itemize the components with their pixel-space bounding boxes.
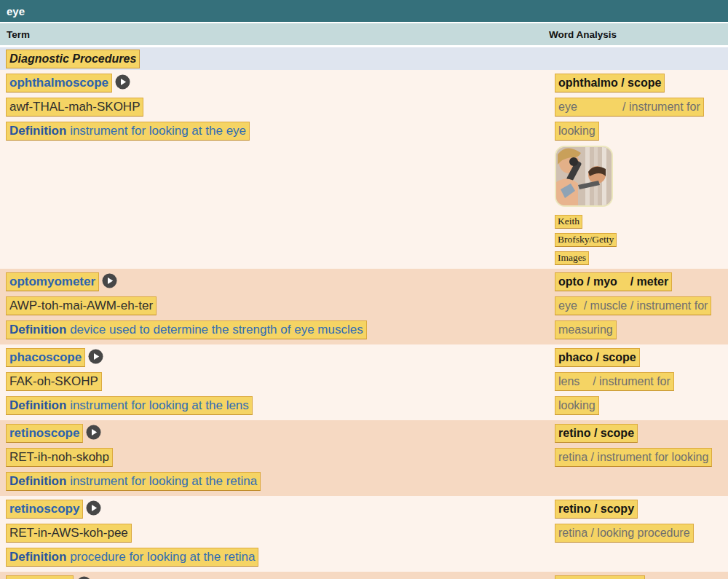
definition-text: procedure for looking at the retina (70, 550, 255, 564)
column-header-word-analysis: Word Analysis (549, 29, 728, 40)
pronunciation: AWP-toh-mai-AWM-eh-ter (6, 296, 157, 315)
definition-label: Definition (9, 398, 66, 412)
table-row: phacoscope FAK-oh-SKOHP Definition instr… (0, 344, 728, 420)
image-credit: Keith (555, 215, 582, 229)
word-analysis-cell: opto / myo / meter eye / muscle / instru… (549, 269, 728, 344)
definition-text: instrument for looking at the eye (70, 124, 246, 138)
page-title: eye (7, 5, 25, 17)
word-parts-meaning: looking (555, 396, 599, 415)
definition-text: instrument for looking at the lens (70, 398, 249, 412)
table-row: retinoscopy RET-in-AWS-koh-pee Definitio… (0, 496, 728, 572)
term-text: retinoscopy (6, 500, 83, 519)
term-text: phacoscope (6, 348, 85, 367)
pronunciation: FAK-oh-SKOHP (6, 372, 102, 391)
definition-label: Definition (9, 474, 66, 488)
word-parts: ophthalmo / scope (555, 74, 665, 92)
table-row: ophthalmoscope awf-THAL-mah-SKOHP Defini… (0, 70, 728, 269)
word-parts-meaning: retina / looking procedure (555, 524, 694, 543)
term-cell: ophthalmoscope awf-THAL-mah-SKOHP Defini… (0, 70, 549, 269)
term-text: retinoscope (6, 424, 83, 443)
term-cell: optomyometer AWP-toh-mai-AWM-eh-ter Defi… (0, 269, 549, 344)
term-text: tonometer (6, 575, 74, 579)
table-header-row: Term Word Analysis (0, 23, 728, 45)
word-parts-meaning: retina / instrument for looking (555, 448, 712, 467)
word-analysis-cell: retino / scope retina / instrument for l… (549, 420, 728, 496)
pronunciation: RET-in-AWS-koh-pee (6, 524, 132, 543)
term-cell: retinoscopy RET-in-AWS-koh-pee Definitio… (0, 496, 549, 572)
image-credit: Images (555, 251, 589, 265)
audio-play-button[interactable] (86, 500, 101, 516)
pronunciation: awf-THAL-mah-SKOHP (6, 98, 143, 117)
image-credit: Brofsky/Getty (555, 233, 617, 247)
definition-label: Definition (9, 124, 66, 138)
section-title: Diagnostic Procedures (6, 50, 140, 68)
term-text: optomyometer (6, 272, 99, 291)
definition-label: Definition (9, 550, 66, 564)
term-cell: phacoscope FAK-oh-SKOHP Definition instr… (0, 344, 549, 420)
definition-text: instrument for looking at the retina (70, 474, 257, 488)
term-cell: tonometer toh-NAWM-et-er Definition inst… (0, 572, 549, 579)
word-parts-meaning: measuring (555, 320, 617, 339)
word-parts: retino / scopy (555, 500, 638, 519)
word-parts: retino / scope (555, 424, 638, 443)
audio-play-button[interactable] (88, 349, 103, 364)
column-header-term: Term (0, 29, 549, 40)
section-header: Diagnostic Procedures (0, 47, 728, 70)
word-parts-meaning: eye / instrument for (555, 98, 704, 117)
table-row: tonometer toh-NAWM-et-er Definition inst… (0, 572, 728, 579)
audio-play-button[interactable] (76, 576, 92, 579)
definition-text: device used to determine the strength of… (70, 323, 363, 336)
page-title-bar: eye (0, 0, 728, 22)
word-parts-meaning: eye / muscle / instrument for (555, 296, 711, 315)
word-analysis-cell: tono / meter tension / instrument for me… (549, 572, 728, 579)
audio-play-button[interactable] (86, 425, 101, 440)
word-parts: tono / meter (555, 575, 645, 579)
word-parts: phaco / scope (555, 348, 640, 367)
ophthalmoscope-photo (555, 146, 613, 207)
audio-play-button[interactable] (115, 74, 130, 90)
word-parts-meaning: looking (555, 122, 599, 141)
audio-play-button[interactable] (102, 273, 117, 288)
word-parts-meaning: lens / instrument for (555, 372, 674, 391)
term-text: ophthalmoscope (6, 74, 112, 92)
pronunciation: RET-ih-noh-skohp (6, 448, 113, 467)
word-analysis-cell: ophthalmo / scope eye / instrument for l… (549, 70, 728, 269)
definition-label: Definition (9, 323, 66, 336)
word-analysis-cell: retino / scopy retina / looking procedur… (549, 496, 728, 572)
page: eye Term Word Analysis Diagnostic Proced… (0, 0, 728, 579)
table-row: optomyometer AWP-toh-mai-AWM-eh-ter Defi… (0, 269, 728, 344)
word-parts: opto / myo / meter (555, 272, 672, 291)
word-analysis-cell: phaco / scope lens / instrument for look… (549, 344, 728, 420)
term-cell: retinoscope RET-ih-noh-skohp Definition … (0, 420, 549, 496)
table-row: retinoscope RET-ih-noh-skohp Definition … (0, 420, 728, 496)
